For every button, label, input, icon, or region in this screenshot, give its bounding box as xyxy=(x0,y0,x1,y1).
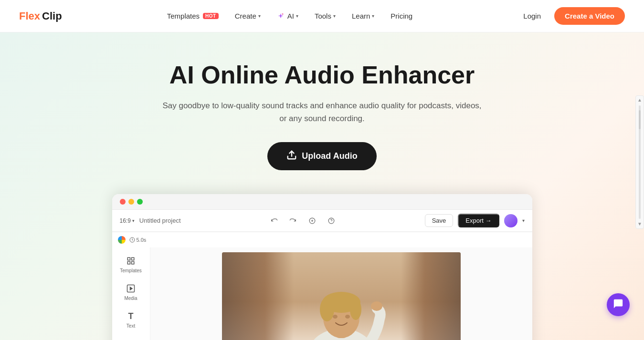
nav-links: Templates HOT Create ▾ AI ▾ Tools ▾ Lear… xyxy=(160,8,419,24)
svg-point-25 xyxy=(345,315,350,319)
nav-actions: Login Create a Video xyxy=(517,7,625,25)
close-button[interactable] xyxy=(120,199,126,205)
svg-marker-10 xyxy=(130,287,133,290)
chat-bubble-button[interactable] xyxy=(607,293,630,316)
user-avatar[interactable] xyxy=(504,214,517,227)
learn-chevron-icon: ▾ xyxy=(372,13,374,19)
upload-icon xyxy=(286,150,297,163)
timeline-color-wheel xyxy=(118,236,126,244)
text-label: Text xyxy=(127,323,135,329)
svg-point-23 xyxy=(350,299,361,320)
person-figure xyxy=(289,262,394,340)
nav-create[interactable]: Create ▾ xyxy=(228,8,267,24)
sidebar-item-media[interactable]: Media xyxy=(114,279,148,305)
chat-icon xyxy=(613,299,623,311)
hot-badge: HOT xyxy=(203,13,219,19)
scroll-down-button[interactable]: ▼ xyxy=(637,222,642,227)
nav-pricing[interactable]: Pricing xyxy=(384,8,419,24)
logo[interactable]: FlexClip xyxy=(19,10,62,22)
toolbar-right: Save Export → ▾ xyxy=(425,214,525,227)
traffic-lights xyxy=(120,199,143,205)
project-name[interactable]: Untitled project xyxy=(139,217,181,224)
templates-label: Templates xyxy=(120,268,142,273)
help-button[interactable] xyxy=(325,214,338,227)
logo-clip: Clip xyxy=(42,10,62,22)
logo-flex: Flex xyxy=(19,10,40,22)
templates-icon xyxy=(125,255,137,267)
minimize-button[interactable] xyxy=(128,199,134,205)
nav-ai[interactable]: AI ▾ xyxy=(270,8,305,24)
hero-subtitle: Say goodbye to low-quality sound tracks … xyxy=(160,99,485,125)
avatar-chevron-icon[interactable]: ▾ xyxy=(522,218,525,223)
svg-point-26 xyxy=(371,301,382,311)
tools-chevron-icon: ▾ xyxy=(333,13,336,19)
app-titlebar xyxy=(112,194,532,210)
sidebar-item-subtitle[interactable]: Subtitle xyxy=(114,334,148,340)
hero-title: AI Online Audio Enhancer xyxy=(19,61,625,90)
timeline-duration: 5.0s xyxy=(129,237,147,243)
video-preview xyxy=(222,252,461,340)
login-button[interactable]: Login xyxy=(517,8,547,24)
svg-rect-5 xyxy=(127,258,130,260)
save-button[interactable]: Save xyxy=(425,214,454,227)
text-icon: T xyxy=(125,310,137,322)
scroll-up-button[interactable]: ▲ xyxy=(637,98,642,103)
toolbar-center xyxy=(267,214,338,227)
create-chevron-icon: ▾ xyxy=(258,13,261,19)
sidebar-item-templates[interactable]: Templates xyxy=(114,251,148,277)
app-sidebar: Templates Media T Text xyxy=(112,247,150,340)
curtain-right xyxy=(401,252,461,340)
svg-rect-8 xyxy=(127,262,130,264)
export-button[interactable]: Export → xyxy=(458,214,499,227)
svg-point-24 xyxy=(333,315,338,319)
navbar: FlexClip Templates HOT Create ▾ AI ▾ Too… xyxy=(0,0,644,32)
nav-templates[interactable]: Templates HOT xyxy=(160,8,225,24)
scroll-track xyxy=(639,105,641,219)
curtain-left xyxy=(222,252,294,340)
upload-audio-label: Upload Audio xyxy=(302,151,357,161)
canvas-area xyxy=(150,247,532,340)
app-body: Templates Media T Text xyxy=(112,247,532,340)
side-scrollbar: ▲ ▼ xyxy=(635,95,644,229)
redo-button[interactable] xyxy=(286,214,300,227)
svg-rect-6 xyxy=(132,258,134,260)
maximize-button[interactable] xyxy=(137,199,143,205)
app-toolbar: 16:9 ▾ Untitled project xyxy=(112,210,532,232)
nav-learn[interactable]: Learn ▾ xyxy=(345,8,381,24)
aspect-ratio-selector[interactable]: 16:9 ▾ xyxy=(120,217,135,224)
nav-tools[interactable]: Tools ▾ xyxy=(308,8,342,24)
upload-audio-button[interactable]: Upload Audio xyxy=(267,142,376,170)
svg-point-22 xyxy=(320,298,334,321)
timeline-strip: 5.0s xyxy=(112,232,532,247)
toolbar-left: 16:9 ▾ Untitled project xyxy=(120,217,181,224)
create-video-button[interactable]: Create a Video xyxy=(554,7,625,25)
aspect-ratio-chevron-icon: ▾ xyxy=(132,218,135,223)
ai-chevron-icon: ▾ xyxy=(296,13,298,19)
crop-button[interactable] xyxy=(306,214,319,227)
hero-section: AI Online Audio Enhancer Say goodbye to … xyxy=(0,32,644,340)
ai-sparkle-icon xyxy=(277,12,285,20)
media-icon xyxy=(125,283,137,294)
undo-button[interactable] xyxy=(267,214,281,227)
sidebar-item-text[interactable]: T Text xyxy=(114,307,148,332)
app-preview: 16:9 ▾ Untitled project xyxy=(112,194,532,340)
svg-rect-7 xyxy=(132,262,134,264)
subtitle-icon xyxy=(125,338,137,340)
scroll-thumb[interactable] xyxy=(639,110,641,129)
media-label: Media xyxy=(124,296,137,301)
